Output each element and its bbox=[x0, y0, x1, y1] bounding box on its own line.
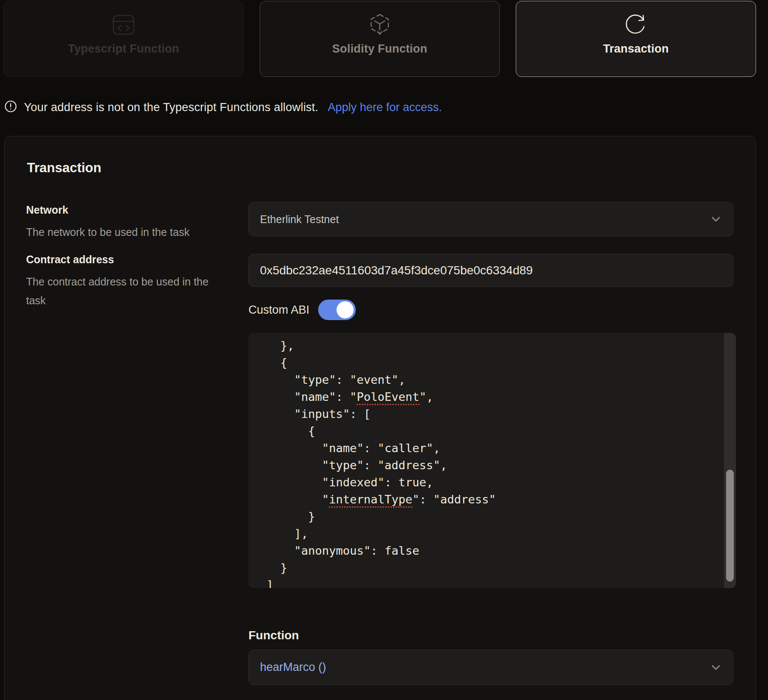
toggle-knob bbox=[337, 301, 354, 318]
editor-scrollbar-thumb[interactable] bbox=[726, 470, 734, 582]
network-select[interactable]: Etherlink Testnet bbox=[248, 202, 733, 236]
tab-label: Solidity Function bbox=[332, 42, 427, 56]
create-task-page: Typescript Function Solidity Function bbox=[0, 0, 768, 700]
network-label: Network bbox=[26, 204, 68, 216]
custom-abi-label: Custom ABI bbox=[248, 303, 310, 317]
alert-circle-icon bbox=[4, 100, 17, 115]
network-description: The network to be used in the task bbox=[26, 223, 210, 241]
rotate-cw-icon bbox=[625, 12, 647, 37]
editor-scrollbar-track[interactable] bbox=[724, 333, 736, 588]
network-select-value: Etherlink Testnet bbox=[260, 213, 339, 226]
tab-solidity-function[interactable]: Solidity Function bbox=[260, 1, 500, 77]
tab-transaction[interactable]: Transaction bbox=[516, 1, 756, 77]
function-select-value: hearMarco () bbox=[260, 661, 326, 674]
transaction-panel: Transaction Network The network to be us… bbox=[4, 136, 756, 700]
chevron-down-icon bbox=[709, 661, 723, 674]
contract-address-input[interactable] bbox=[248, 254, 733, 287]
tab-label: Typescript Function bbox=[68, 42, 179, 56]
contract-address-description: The contract address to be used in the t… bbox=[26, 272, 210, 310]
chevron-down-icon bbox=[709, 212, 723, 226]
function-select[interactable]: hearMarco () bbox=[248, 650, 733, 685]
contract-address-label: Contract address bbox=[26, 253, 114, 266]
custom-abi-row: Custom ABI bbox=[248, 300, 356, 320]
deploy-box-icon bbox=[368, 12, 392, 37]
tab-typescript-function[interactable]: Typescript Function bbox=[3, 1, 244, 77]
abi-code[interactable]: }, { "type": "event", "name": "PoloEvent… bbox=[248, 333, 736, 588]
task-type-tabs: Typescript Function Solidity Function bbox=[3, 1, 757, 77]
abi-code-editor[interactable]: }, { "type": "event", "name": "PoloEvent… bbox=[248, 333, 736, 588]
panel-title: Transaction bbox=[27, 160, 101, 176]
tab-label: Transaction bbox=[603, 42, 669, 56]
code-window-icon bbox=[112, 12, 135, 37]
custom-abi-toggle[interactable] bbox=[318, 300, 356, 320]
allowlist-alert: Your address is not on the Typescript Fu… bbox=[4, 100, 442, 115]
apply-access-link[interactable]: Apply here for access. bbox=[328, 101, 442, 114]
alert-text: Your address is not on the Typescript Fu… bbox=[24, 101, 318, 114]
function-label: Function bbox=[248, 629, 299, 642]
